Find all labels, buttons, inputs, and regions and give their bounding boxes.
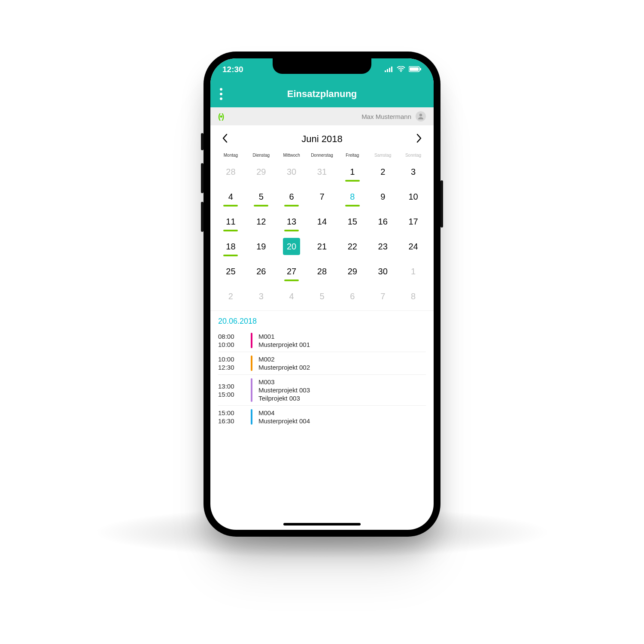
calendar-day[interactable]: 9 <box>368 184 398 209</box>
avatar-icon[interactable] <box>416 111 426 122</box>
calendar-day[interactable]: 1 <box>398 259 428 284</box>
calendar-day[interactable]: 25 <box>216 259 246 284</box>
calendar: MontagDienstagMittwochDonnerstagFreitagS… <box>210 149 434 309</box>
calendar-day[interactable]: 8 <box>337 184 368 209</box>
agenda-color-bar <box>251 333 252 348</box>
calendar-day[interactable]: 13 <box>276 209 307 234</box>
weekday-label: Dienstag <box>246 151 276 159</box>
user-name: Max Mustermann <box>361 113 411 120</box>
calendar-day[interactable]: 28 <box>216 159 246 184</box>
agenda-body: M003Musterprojekt 003Teilprojekt 003 <box>258 378 310 402</box>
calendar-day[interactable]: 11 <box>216 209 246 234</box>
svg-rect-0 <box>385 70 386 72</box>
battery-icon <box>409 65 422 74</box>
svg-point-8 <box>419 114 422 116</box>
agenda-body: M004Musterprojekt 004 <box>258 409 310 425</box>
home-indicator[interactable] <box>283 523 361 526</box>
weekday-label: Mittwoch <box>276 151 307 159</box>
wifi-icon <box>397 65 405 74</box>
calendar-day[interactable]: 24 <box>398 234 428 259</box>
calendar-day[interactable]: 4 <box>276 284 307 309</box>
calendar-day[interactable]: 27 <box>276 259 307 284</box>
svg-point-4 <box>400 70 401 72</box>
svg-rect-6 <box>410 67 419 71</box>
svg-rect-2 <box>389 68 390 72</box>
calendar-day[interactable]: 16 <box>368 209 398 234</box>
calendar-day[interactable]: 21 <box>307 234 337 259</box>
calendar-day[interactable]: 10 <box>398 184 428 209</box>
month-label: Juni 2018 <box>301 134 342 145</box>
month-nav: Juni 2018 <box>210 125 434 149</box>
agenda-color-bar <box>251 378 252 402</box>
agenda-body: M002Musterprojekt 002 <box>258 355 310 371</box>
calendar-day[interactable]: 14 <box>307 209 337 234</box>
prev-month-button[interactable] <box>222 133 228 145</box>
weekday-label: Montag <box>216 151 246 159</box>
agenda-list: 08:0010:00M001Musterprojekt 00110:0012:3… <box>218 329 426 428</box>
weekday-label: Samstag <box>368 151 398 159</box>
agenda-item[interactable]: 13:0015:00M003Musterprojekt 003Teilproje… <box>218 375 426 406</box>
calendar-day[interactable]: 6 <box>337 284 368 309</box>
calendar-day[interactable]: 23 <box>368 234 398 259</box>
calendar-day[interactable]: 7 <box>368 284 398 309</box>
menu-button[interactable] <box>220 88 222 100</box>
power-button <box>440 180 443 228</box>
calendar-day[interactable]: 22 <box>337 234 368 259</box>
screen: 12:30 <box>210 58 434 530</box>
next-month-button[interactable] <box>416 133 422 145</box>
svg-rect-1 <box>387 69 388 72</box>
calendar-day[interactable]: 3 <box>246 284 276 309</box>
agenda-item[interactable]: 15:0016:30M004Musterprojekt 004 <box>218 406 426 428</box>
weekday-header: MontagDienstagMittwochDonnerstagFreitagS… <box>216 151 428 159</box>
agenda: 20.06.2018 08:0010:00M001Musterprojekt 0… <box>210 310 434 428</box>
calendar-day[interactable]: 5 <box>307 284 337 309</box>
mute-switch <box>201 133 204 150</box>
calendar-day[interactable]: 4 <box>216 184 246 209</box>
calendar-day[interactable]: 6 <box>276 184 307 209</box>
notch <box>273 58 371 74</box>
svg-rect-3 <box>391 67 392 72</box>
weekday-label: Donnerstag <box>307 151 337 159</box>
svg-rect-7 <box>420 68 421 70</box>
calendar-day[interactable]: 30 <box>276 159 307 184</box>
app-title: Einsatzplanung <box>287 88 357 100</box>
user-bar: (•) Max Mustermann <box>210 107 434 125</box>
calendar-day[interactable]: 31 <box>307 159 337 184</box>
calendar-day[interactable]: 29 <box>337 259 368 284</box>
calendar-day[interactable]: 26 <box>246 259 276 284</box>
agenda-item[interactable]: 10:0012:30M002Musterprojekt 002 <box>218 352 426 375</box>
agenda-color-bar <box>251 409 252 425</box>
calendar-day[interactable]: 3 <box>398 159 428 184</box>
volume-down-button <box>201 202 204 232</box>
calendar-day[interactable]: 1 <box>337 159 368 184</box>
calendar-day[interactable]: 8 <box>398 284 428 309</box>
calendar-grid: 2829303112345678910111213141516171819202… <box>216 159 428 309</box>
agenda-body: M001Musterprojekt 001 <box>258 333 310 348</box>
volume-up-button <box>201 163 204 193</box>
agenda-color-bar <box>251 355 252 371</box>
calendar-day[interactable]: 30 <box>368 259 398 284</box>
calendar-day[interactable]: 28 <box>307 259 337 284</box>
weekday-label: Sonntag <box>398 151 428 159</box>
agenda-time: 10:0012:30 <box>218 355 245 371</box>
calendar-day[interactable]: 19 <box>246 234 276 259</box>
calendar-day[interactable]: 18 <box>216 234 246 259</box>
signal-icon <box>385 65 393 74</box>
status-time: 12:30 <box>222 65 243 74</box>
calendar-day[interactable]: 17 <box>398 209 428 234</box>
calendar-day[interactable]: 7 <box>307 184 337 209</box>
agenda-item[interactable]: 08:0010:00M001Musterprojekt 001 <box>218 329 426 352</box>
weekday-label: Freitag <box>337 151 368 159</box>
calendar-day[interactable]: 5 <box>246 184 276 209</box>
calendar-day[interactable]: 12 <box>246 209 276 234</box>
calendar-day[interactable]: 29 <box>246 159 276 184</box>
calendar-day[interactable]: 15 <box>337 209 368 234</box>
calendar-day[interactable]: 20 <box>276 234 307 259</box>
agenda-time: 15:0016:30 <box>218 409 245 425</box>
agenda-time: 08:0010:00 <box>218 333 245 348</box>
agenda-date: 20.06.2018 <box>218 317 426 326</box>
agenda-time: 13:0015:00 <box>218 378 245 402</box>
broadcast-icon: (•) <box>218 112 223 121</box>
calendar-day[interactable]: 2 <box>368 159 398 184</box>
calendar-day[interactable]: 2 <box>216 284 246 309</box>
